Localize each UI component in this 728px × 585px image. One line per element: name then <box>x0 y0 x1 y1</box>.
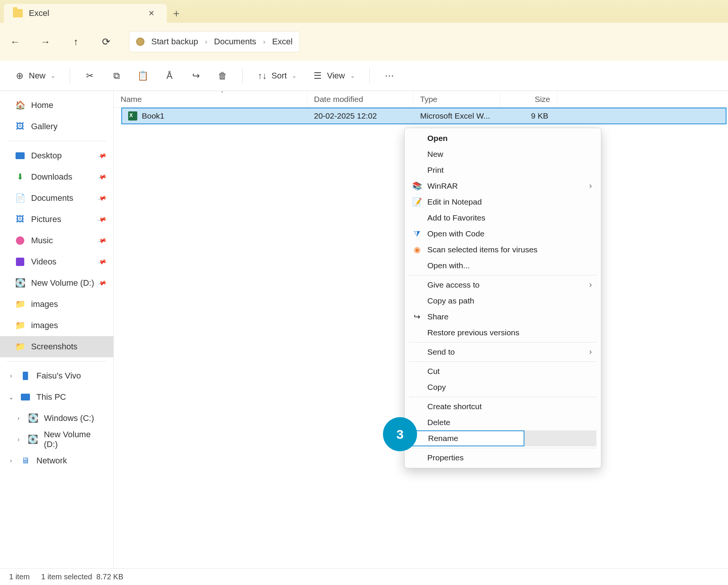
folder-icon: 📁 <box>15 299 25 309</box>
sidebar-item-screenshots[interactable]: 📁 Screenshots <box>0 336 113 357</box>
ctx-new[interactable]: New <box>406 146 599 162</box>
more-button[interactable]: ⋯ <box>379 66 400 85</box>
tab-excel[interactable]: Excel ✕ <box>4 4 167 23</box>
sidebar-label: Home <box>31 100 53 110</box>
up-button[interactable]: ↑ <box>68 34 83 49</box>
sidebar-item-newvolume-d-2[interactable]: › 💽 New Volume (D:) <box>0 429 113 450</box>
sidebar-item-images[interactable]: 📁 images <box>0 294 113 315</box>
sidebar-item-windows-c[interactable]: › 💽 Windows (C:) <box>0 408 113 429</box>
pin-icon: 📌 <box>97 193 107 203</box>
ctx-send-to[interactable]: Send to <box>406 344 599 360</box>
sidebar-item-videos[interactable]: Videos 📌 <box>0 251 113 272</box>
sort-button[interactable]: ↑↓ Sort ⌄ <box>252 66 302 85</box>
view-icon: ☰ <box>312 70 323 81</box>
new-button[interactable]: ⊕ New ⌄ <box>9 66 61 85</box>
sidebar-item-music[interactable]: Music 📌 <box>0 230 113 251</box>
chevron-right-icon[interactable]: › <box>15 436 22 443</box>
file-row-book1[interactable]: Book1 20-02-2025 12:02 Microsoft Excel W… <box>121 108 726 124</box>
chevron-down-icon: ⌄ <box>292 73 297 79</box>
sidebar-item-documents[interactable]: 📄 Documents 📌 <box>0 188 113 209</box>
pc-icon <box>20 392 30 402</box>
status-item-count: 1 item <box>9 572 30 581</box>
music-icon <box>15 236 25 246</box>
chevron-right-icon[interactable]: › <box>8 457 14 464</box>
ctx-open-with[interactable]: Open with... <box>406 258 599 274</box>
ctx-copy[interactable]: Copy <box>406 379 599 395</box>
notepad-icon: 📝 <box>412 197 422 207</box>
breadcrumb-root[interactable]: Start backup <box>151 37 198 47</box>
sidebar-item-faisu-vivo[interactable]: › Faisu's Vivo <box>0 365 113 386</box>
paste-button[interactable]: 📋 <box>132 66 154 85</box>
column-header-date[interactable]: Date modified <box>307 91 413 107</box>
sidebar-label: images <box>31 321 58 330</box>
sidebar-item-desktop[interactable]: Desktop 📌 <box>0 145 113 166</box>
ctx-open-code[interactable]: ⧩ Open with Code <box>406 226 599 242</box>
folder-icon: 📁 <box>15 342 25 352</box>
sidebar-item-home[interactable]: 🏠 Home <box>0 95 113 116</box>
column-header-size[interactable]: Size <box>500 91 557 107</box>
file-name-cell: Book1 <box>122 111 308 120</box>
view-button[interactable]: ☰ View ⌄ <box>307 66 360 85</box>
sidebar-item-this-pc[interactable]: ⌄ This PC <box>0 386 113 408</box>
ctx-add-favorites[interactable]: Add to Favorites <box>406 210 599 226</box>
breadcrumb-excel[interactable]: Excel <box>272 37 293 47</box>
sidebar-item-network[interactable]: › 🖥 Network <box>0 450 113 471</box>
scissors-icon: ✂ <box>85 70 95 81</box>
folder-icon <box>13 9 23 17</box>
copy-icon: ⧉ <box>111 70 122 81</box>
forward-button[interactable]: → <box>38 34 53 49</box>
chevron-right-icon[interactable]: › <box>8 372 14 379</box>
ctx-give-access[interactable]: Give access to <box>406 277 599 293</box>
file-type-cell: Microsoft Excel W... <box>414 111 501 120</box>
ctx-copy-path[interactable]: Copy as path <box>406 293 599 309</box>
ctx-properties[interactable]: Properties <box>406 450 599 466</box>
home-icon: 🏠 <box>15 100 25 110</box>
ctx-open[interactable]: Open <box>406 130 599 146</box>
copy-button[interactable]: ⧉ <box>106 66 127 85</box>
ctx-edit-notepad[interactable]: 📝 Edit in Notepad <box>406 194 599 210</box>
ctx-delete[interactable]: Delete <box>406 415 599 430</box>
sidebar-item-images-2[interactable]: 📁 images <box>0 315 113 336</box>
chevron-down-icon[interactable]: ⌄ <box>8 394 14 401</box>
ctx-create-shortcut[interactable]: Create shortcut <box>406 399 599 415</box>
drive-icon: 💽 <box>28 413 38 423</box>
trash-icon: 🗑 <box>217 70 228 81</box>
divider <box>7 361 107 361</box>
column-header-name[interactable]: Name <box>114 91 307 107</box>
cut-button[interactable]: ✂ <box>79 66 100 85</box>
share-icon: ↪ <box>412 312 422 322</box>
new-tab-button[interactable]: ＋ <box>167 4 186 23</box>
ctx-restore[interactable]: Restore previous versions <box>406 325 599 341</box>
sidebar-item-pictures[interactable]: 🖼 Pictures 📌 <box>0 209 113 230</box>
pin-icon: 📌 <box>97 236 107 246</box>
ctx-share[interactable]: ↪ Share <box>406 309 599 325</box>
column-header-type[interactable]: Type <box>413 91 500 107</box>
rename-button[interactable]: Å <box>159 66 180 85</box>
ctx-winrar[interactable]: 📚 WinRAR <box>406 178 599 194</box>
sidebar-item-gallery[interactable]: 🖼 Gallery <box>0 116 113 137</box>
close-tab-button[interactable]: ✕ <box>145 7 158 19</box>
sidebar-item-newvolume-d[interactable]: 💽 New Volume (D:) 📌 <box>0 272 113 294</box>
refresh-button[interactable]: ⟳ <box>99 34 114 49</box>
chevron-down-icon: ⌄ <box>51 73 55 79</box>
breadcrumb-documents[interactable]: Documents <box>214 37 256 47</box>
breadcrumb[interactable]: Start backup › Documents › Excel <box>129 31 300 52</box>
separator <box>409 275 596 275</box>
pin-icon: 📌 <box>97 214 107 224</box>
new-label: New <box>29 71 46 81</box>
ctx-print[interactable]: Print <box>406 162 599 178</box>
delete-button[interactable]: 🗑 <box>212 66 233 85</box>
sidebar-label: New Volume (D:) <box>44 430 106 449</box>
vscode-icon: ⧩ <box>412 229 422 239</box>
share-button[interactable]: ↪ <box>185 66 207 85</box>
gallery-icon: 🖼 <box>15 122 25 131</box>
ctx-cut[interactable]: Cut <box>406 363 599 379</box>
status-bar: 1 item 1 item selected 8.72 KB <box>0 568 728 585</box>
ctx-scan-virus[interactable]: ◉ Scan selected items for viruses <box>406 242 599 258</box>
back-button[interactable]: ← <box>8 34 23 49</box>
chevron-right-icon[interactable]: › <box>15 415 22 422</box>
shield-icon <box>136 38 144 46</box>
pin-icon: 📌 <box>97 151 107 161</box>
sidebar-item-downloads[interactable]: ⬇ Downloads 📌 <box>0 166 113 188</box>
ctx-rename[interactable]: Rename <box>406 430 599 446</box>
